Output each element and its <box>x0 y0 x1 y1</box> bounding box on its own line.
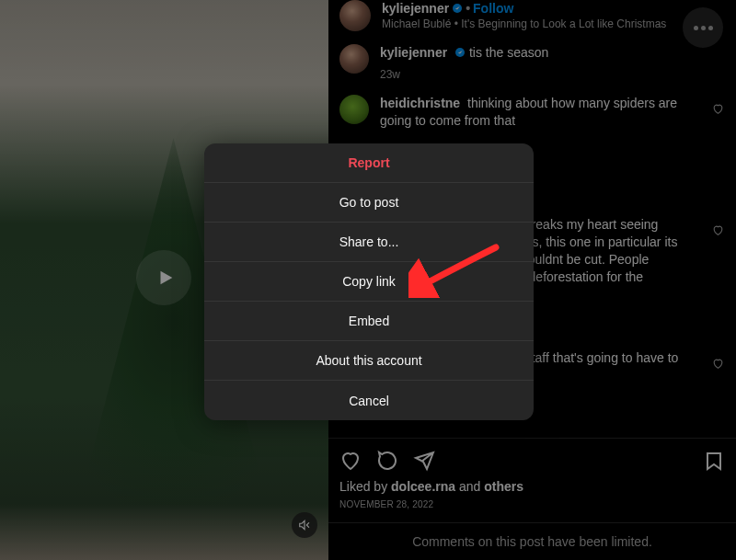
bookmark-icon[interactable] <box>703 450 725 472</box>
avatar[interactable] <box>339 44 369 74</box>
like-comment-button[interactable] <box>712 216 725 286</box>
post-header: kyliejenner • Follow Michael Bublé • It'… <box>328 0 736 40</box>
comment-text: e staff that's going to have to <box>514 350 678 365</box>
username[interactable]: heidichristne <box>380 96 460 110</box>
comment-text: it breaks my heart seeing mas, this one … <box>514 217 677 284</box>
audio-line[interactable]: Michael Bublé • It's Beginning to Look a… <box>382 17 729 30</box>
comments-limited-notice: Comments on this post have been limited. <box>328 522 736 560</box>
comments-list: kyliejenner tis the season 23w heidichri… <box>328 40 736 412</box>
heart-icon <box>712 358 724 370</box>
username[interactable]: kyliejenner <box>380 45 447 60</box>
caption-time: 23w <box>380 67 725 82</box>
caption-row: kyliejenner tis the season 23w <box>339 44 725 82</box>
separator: • <box>466 1 470 16</box>
play-button[interactable] <box>136 250 191 305</box>
comment-row: e staff that's going to have to <box>514 349 725 373</box>
likes-line[interactable]: Liked by dolcee.rna and others <box>339 477 725 496</box>
verified-icon <box>452 3 463 14</box>
comment-icon[interactable] <box>376 450 398 472</box>
avatar[interactable] <box>339 95 369 124</box>
view-replies-toggle[interactable]: View replies (9) <box>380 386 725 399</box>
caption-text: tis the season <box>469 45 548 60</box>
post-date: NOVEMBER 28, 2022 <box>339 496 725 522</box>
play-icon <box>155 268 176 288</box>
follow-link[interactable]: Follow <box>473 1 513 16</box>
action-bar: Liked by dolcee.rna and others NOVEMBER … <box>328 438 736 522</box>
mute-icon <box>298 519 311 531</box>
like-comment-button[interactable] <box>712 95 725 130</box>
comment-row: it breaks my heart seeing mas, this one … <box>514 216 725 286</box>
share-icon[interactable] <box>413 450 435 472</box>
line-icon <box>380 393 402 394</box>
heart-icon <box>712 103 724 115</box>
mute-button[interactable] <box>292 512 317 538</box>
post-info-panel: kyliejenner • Follow Michael Bublé • It'… <box>328 0 736 560</box>
avatar[interactable] <box>339 0 371 31</box>
verified-icon <box>454 47 466 58</box>
like-comment-button[interactable] <box>712 349 725 373</box>
username[interactable]: kyliejenner <box>382 1 449 16</box>
comment-row: heidichristne thinking about how many sp… <box>339 95 725 130</box>
more-options-button[interactable] <box>683 7 723 48</box>
heart-icon <box>712 224 724 236</box>
post-media[interactable] <box>0 0 328 560</box>
heart-icon[interactable] <box>339 450 362 472</box>
